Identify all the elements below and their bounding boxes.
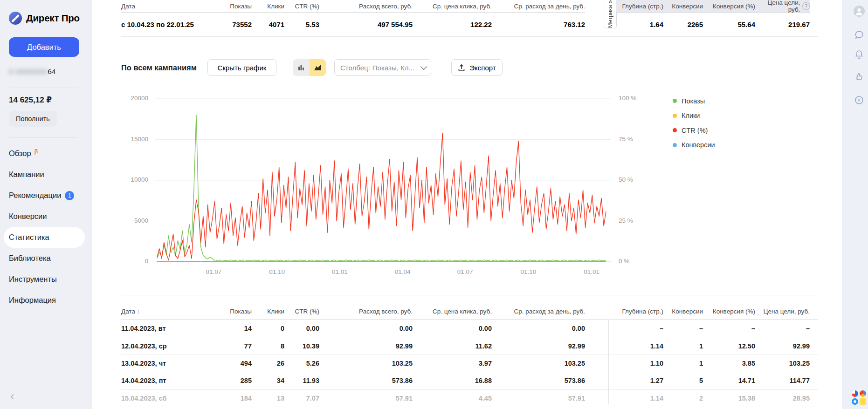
table-row[interactable]: 15.04.2023, сб184137.0757.914.4557.911.1… xyxy=(121,390,818,407)
bar-chart-icon[interactable] xyxy=(293,59,310,76)
logo-text: Директ Про xyxy=(26,13,80,24)
chart-canvas[interactable] xyxy=(154,79,615,284)
column-header[interactable]: Клики xyxy=(252,0,284,13)
column-header[interactable]: Глубина (стр.) xyxy=(616,0,663,13)
column-header[interactable]: Ср. цена клика, руб. xyxy=(413,308,492,320)
cell-date: 11.04.2023, вт xyxy=(121,325,214,332)
column-header[interactable]: Глубина (стр.) xyxy=(616,308,663,320)
cell-value: – xyxy=(703,325,755,332)
table-row[interactable]: 14.04.2023, пт2853411.93573.8616.88573.8… xyxy=(121,372,818,389)
metrika-tab[interactable]: Метрика » xyxy=(604,0,617,28)
table-row[interactable]: 13.04.2023, чт494265.26103.253.97103.251… xyxy=(121,355,818,372)
cell-value: 1.27 xyxy=(616,377,663,384)
favicon-yellow-badge[interactable] xyxy=(860,398,866,405)
sidebar-item[interactable]: Информация xyxy=(0,290,92,311)
cell-value: 92.99 xyxy=(492,342,585,350)
cell-value: 1 xyxy=(663,342,703,350)
account-number: 0-0000000 64 xyxy=(9,68,55,76)
column-header[interactable]: Конверсии xyxy=(663,0,703,13)
cell-value: 16.88 xyxy=(413,377,492,384)
column-select-value: Показы, Кл... xyxy=(372,64,414,72)
cell-value: 103.25 xyxy=(755,360,810,367)
cell-value: 0.00 xyxy=(284,325,319,332)
summary-value: 2265 xyxy=(663,13,703,36)
hide-chart-button[interactable]: Скрыть график xyxy=(207,59,276,76)
table-row[interactable]: 12.04.2023, ср77810.3992.9911.6292.991.1… xyxy=(121,337,818,354)
sidebar-item-label: Рекомендации xyxy=(9,191,61,200)
account-blurred-part: 0-0000000 xyxy=(9,68,48,76)
sidebar-nav: ОбзорβКампанииРекомендации1КонверсииСтат… xyxy=(0,143,92,311)
like-icon[interactable] xyxy=(854,71,865,82)
legend-label: Клики xyxy=(682,112,700,119)
sidebar-item[interactable]: Обзорβ xyxy=(0,143,92,164)
bell-icon[interactable] xyxy=(854,49,865,60)
cell-value: 103.25 xyxy=(319,360,413,367)
column-header[interactable]: Дата xyxy=(121,0,214,13)
export-button[interactable]: Экспорт xyxy=(451,59,503,76)
sidebar-item[interactable]: Библиотека xyxy=(0,248,92,269)
summary-value: 4071 xyxy=(252,13,284,36)
column-header[interactable]: CTR (%) xyxy=(284,308,319,320)
table-row[interactable]: 11.04.2023, вт1400.000.000.000.00–––– xyxy=(121,320,818,337)
axis-tick-label: 0 xyxy=(107,258,148,265)
axis-tick-label: 100 % xyxy=(619,95,647,102)
favicon-pie[interactable] xyxy=(852,390,858,397)
legend-label: Конверсии xyxy=(682,141,715,149)
legend-item[interactable]: Клики xyxy=(673,109,715,123)
avatar[interactable] xyxy=(854,6,865,17)
bar-chart-glyph xyxy=(297,64,305,71)
sort-arrow-icon: ↑ xyxy=(137,308,140,315)
column-header[interactable]: Ср. цена клика, руб. xyxy=(413,0,492,13)
cell-value: 11.93 xyxy=(284,377,319,384)
add-button[interactable]: Добавить xyxy=(9,37,79,57)
topup-button[interactable]: Пополнить xyxy=(9,111,57,127)
column-header[interactable]: Расход всего, руб. xyxy=(319,308,413,320)
sidebar-item[interactable]: Кампании xyxy=(0,164,92,185)
help-icon[interactable]: ? xyxy=(802,2,810,10)
legend-dot xyxy=(673,114,677,118)
sidebar-item[interactable]: Инструменты xyxy=(0,269,92,290)
cell-value: 5 xyxy=(663,377,703,384)
column-header[interactable]: Конверсии xyxy=(663,308,703,320)
column-header[interactable]: Конверсия (%) xyxy=(703,308,755,320)
column-header[interactable]: Показы xyxy=(214,308,252,320)
legend-item[interactable]: Показы xyxy=(673,94,715,109)
legend-label: Показы xyxy=(682,97,705,105)
divider xyxy=(9,137,78,138)
legend-item[interactable]: Конверсии xyxy=(673,138,715,153)
column-header[interactable]: Ср. расход за день, руб. xyxy=(492,308,585,320)
column-header[interactable]: Клики xyxy=(252,308,284,320)
sidebar-item[interactable]: Конверсии xyxy=(0,206,92,227)
cell-value: – xyxy=(663,325,703,332)
summary-value: 763.12 xyxy=(492,13,585,36)
favicon-colors[interactable] xyxy=(860,390,866,397)
summary-value: 73552 xyxy=(214,13,252,36)
column-select-prefix: Столбец: xyxy=(340,64,370,72)
play-icon[interactable] xyxy=(854,95,865,106)
logo[interactable]: Директ Про xyxy=(8,11,80,25)
cell-value: 15.38 xyxy=(703,395,755,402)
sidebar-item[interactable]: Рекомендации1 xyxy=(0,185,92,206)
cell-value: 0 xyxy=(252,325,284,332)
cell-value: 1 xyxy=(663,360,703,367)
column-header[interactable]: Ср. расход за день, руб. xyxy=(492,0,585,13)
cell-value: 4.45 xyxy=(413,395,492,402)
sidebar-item[interactable]: Статистика xyxy=(4,227,85,248)
cell-value: 0.00 xyxy=(413,325,492,332)
column-header[interactable]: CTR (%) xyxy=(284,0,319,13)
legend-item[interactable]: CTR (%) xyxy=(673,123,715,138)
chat-icon[interactable] xyxy=(854,29,865,41)
column-header[interactable]: Показы xyxy=(214,0,252,13)
cell-value: 57.91 xyxy=(319,395,413,402)
area-chart-icon[interactable] xyxy=(310,59,326,76)
column-header[interactable]: Цена цели, руб.? xyxy=(755,0,810,13)
cell-value: 14.71 xyxy=(703,377,755,384)
column-header[interactable]: Конверсия (%) xyxy=(703,0,755,13)
column-header[interactable]: Дата↑ xyxy=(121,308,214,320)
favicon-blue-circle[interactable] xyxy=(852,398,858,405)
column-header[interactable]: Расход всего, руб. xyxy=(319,0,413,13)
column-select[interactable]: Столбец: Показы, Кл... xyxy=(334,59,431,76)
collapse-sidebar-button[interactable]: ‹ xyxy=(10,389,14,402)
column-header[interactable]: Цена цели, руб. xyxy=(755,308,810,320)
cell-value: 34 xyxy=(252,377,284,384)
